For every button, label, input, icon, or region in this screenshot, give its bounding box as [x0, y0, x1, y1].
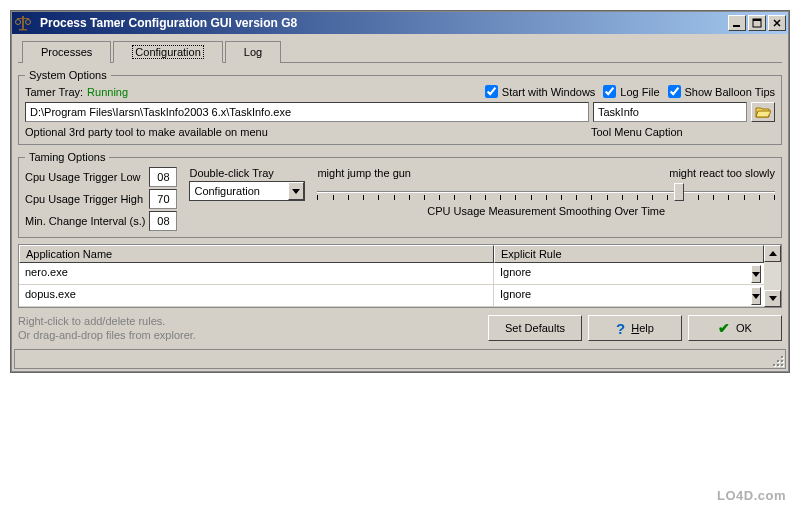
- chevron-down-icon[interactable]: [288, 182, 304, 200]
- rule-value[interactable]: Ignore: [494, 285, 748, 306]
- rule-app-name[interactable]: nero.exe: [19, 263, 494, 284]
- system-options-legend: System Options: [25, 69, 111, 81]
- tamer-tray-label: Tamer Tray:: [25, 86, 83, 98]
- help-button[interactable]: ? Help: [588, 315, 682, 341]
- resize-grip-icon[interactable]: [769, 352, 783, 366]
- hint-text: Right-click to add/delete rules. Or drag…: [18, 314, 196, 343]
- slider-label-left: might jump the gun: [317, 167, 411, 179]
- app-icon: [14, 14, 32, 32]
- trigger-high-label: Cpu Usage Trigger High: [25, 193, 143, 205]
- tab-log[interactable]: Log: [225, 41, 281, 63]
- min-change-label: Min. Change Interval (s.): [25, 215, 145, 227]
- question-icon: ?: [616, 320, 625, 337]
- table-row[interactable]: dopus.exe Ignore: [19, 285, 764, 307]
- rule-app-name[interactable]: dopus.exe: [19, 285, 494, 306]
- svg-rect-7: [753, 19, 761, 21]
- slider-caption: CPU Usage Measurement Smoothing Over Tim…: [317, 205, 775, 217]
- svg-rect-4: [19, 29, 27, 31]
- tool-caption-input[interactable]: [593, 102, 747, 122]
- table-row[interactable]: nero.exe Ignore: [19, 263, 764, 285]
- balloon-tips-checkbox[interactable]: [668, 85, 681, 98]
- set-defaults-button[interactable]: Set Defaults: [488, 315, 582, 341]
- watermark: LO4D.com: [717, 488, 786, 503]
- start-with-windows-checkbox[interactable]: [485, 85, 498, 98]
- taming-options-group: Taming Options Cpu Usage Trigger Low Cpu…: [18, 151, 782, 238]
- rule-value[interactable]: Ignore: [494, 263, 748, 284]
- minimize-button[interactable]: [728, 15, 746, 31]
- double-click-tray-combo[interactable]: Configuration: [189, 181, 305, 201]
- tool-path-hint: Optional 3rd party tool to make availabl…: [25, 126, 587, 138]
- tab-bar: Processes Configuration Log: [18, 40, 782, 63]
- trigger-low-label: Cpu Usage Trigger Low: [25, 171, 141, 183]
- balloon-tips-label: Show Balloon Tips: [685, 86, 776, 98]
- taming-options-legend: Taming Options: [25, 151, 109, 163]
- start-with-windows-label: Start with Windows: [502, 86, 596, 98]
- ok-button[interactable]: ✔ OK: [688, 315, 782, 341]
- log-file-label: Log File: [620, 86, 659, 98]
- col-header-rule[interactable]: Explicit Rule: [494, 245, 764, 263]
- titlebar: Process Tamer Configuration GUI version …: [12, 12, 788, 34]
- scroll-up-icon[interactable]: [764, 245, 781, 262]
- app-window: Process Tamer Configuration GUI version …: [11, 11, 789, 372]
- smoothing-slider[interactable]: [317, 181, 775, 203]
- chevron-down-icon[interactable]: [751, 287, 761, 305]
- tool-caption-hint: Tool Menu Caption: [591, 126, 775, 138]
- col-header-app[interactable]: Application Name: [19, 245, 494, 263]
- min-change-input[interactable]: [149, 211, 177, 231]
- trigger-low-input[interactable]: [149, 167, 177, 187]
- scroll-down-icon[interactable]: [764, 290, 781, 307]
- chevron-down-icon[interactable]: [751, 265, 761, 283]
- close-button[interactable]: [768, 15, 786, 31]
- svg-point-2: [16, 20, 21, 25]
- slider-label-right: might react too slowly: [669, 167, 775, 179]
- slider-thumb[interactable]: [674, 183, 684, 201]
- double-click-tray-label: Double-click Tray: [189, 167, 305, 179]
- svg-rect-5: [733, 25, 740, 27]
- tab-configuration[interactable]: Configuration: [113, 41, 222, 63]
- double-click-tray-value: Configuration: [190, 183, 288, 199]
- system-options-group: System Options Tamer Tray: Running Start…: [18, 69, 782, 145]
- scrollbar[interactable]: [764, 245, 781, 307]
- svg-rect-1: [17, 18, 29, 19]
- window-title: Process Tamer Configuration GUI version …: [36, 16, 728, 30]
- tamer-tray-status: Running: [87, 86, 128, 98]
- log-file-checkbox[interactable]: [603, 85, 616, 98]
- rules-table: Application Name Explicit Rule nero.exe …: [18, 244, 782, 308]
- tool-path-input[interactable]: [25, 102, 589, 122]
- status-bar: [14, 349, 786, 369]
- maximize-button[interactable]: [748, 15, 766, 31]
- trigger-high-input[interactable]: [149, 189, 177, 209]
- check-icon: ✔: [718, 320, 730, 336]
- tab-processes[interactable]: Processes: [22, 41, 111, 63]
- browse-button[interactable]: [751, 102, 775, 122]
- svg-point-3: [26, 20, 31, 25]
